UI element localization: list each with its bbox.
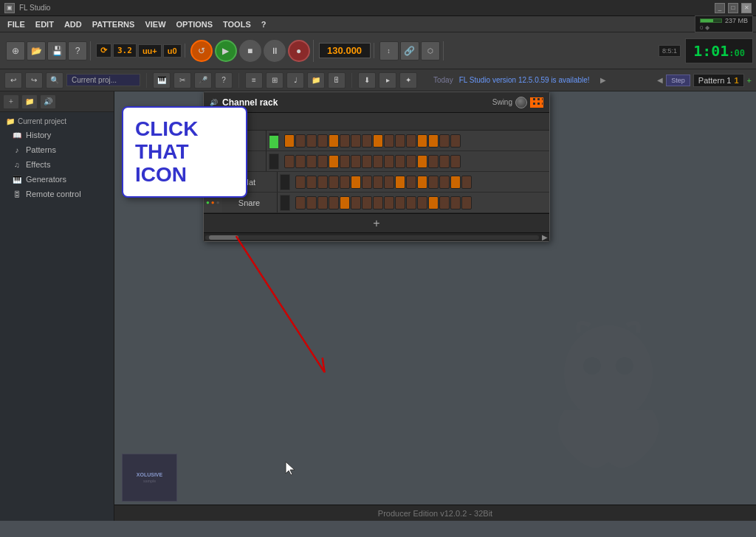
cr-pad[interactable]	[450, 134, 461, 148]
cr-pad[interactable]	[384, 196, 394, 209]
cr-pad[interactable]	[395, 134, 405, 148]
play-btn[interactable]: ▶	[215, 40, 237, 62]
piano-btn[interactable]: 🎹	[153, 72, 171, 89]
cr-pad[interactable]	[428, 196, 439, 209]
cr-pad[interactable]	[351, 155, 361, 168]
cr-pad[interactable]	[417, 155, 427, 168]
sidebar-add-btn[interactable]: +	[3, 94, 19, 109]
link-btn[interactable]: 🔗	[400, 41, 419, 60]
plugin-btn[interactable]: ⬡	[421, 41, 440, 60]
cr-pad[interactable]	[317, 134, 328, 148]
cr-pad[interactable]	[340, 176, 350, 189]
sidebar-item-history[interactable]: 📖 History	[0, 128, 114, 142]
cr-pad[interactable]	[362, 134, 372, 148]
cr-pad[interactable]	[340, 155, 350, 168]
cr-pad[interactable]	[395, 155, 405, 168]
import-btn[interactable]: ⬇	[358, 72, 376, 89]
add-pattern-btn[interactable]: +	[747, 76, 752, 85]
maximize-btn[interactable]: □	[728, 3, 738, 13]
menu-file[interactable]: FILE	[3, 18, 30, 30]
cr-pad[interactable]	[317, 155, 328, 168]
cr-pad[interactable]	[439, 196, 450, 209]
record-btn[interactable]: ●	[288, 40, 310, 62]
redo-btn[interactable]: ↪	[25, 72, 43, 89]
cr-pad[interactable]	[461, 196, 472, 209]
cr-add-channel-btn[interactable]: +	[373, 217, 379, 230]
cr-pad[interactable]	[329, 196, 339, 209]
sidebar-folder-btn[interactable]: 📁	[21, 94, 38, 109]
cr-pad[interactable]	[340, 134, 350, 148]
cr-pad[interactable]	[439, 176, 450, 189]
menu-add[interactable]: ADD	[60, 18, 86, 30]
menu-options[interactable]: OPTIONS	[172, 18, 218, 30]
new-btn[interactable]: ⊕	[6, 41, 25, 60]
cr-pad[interactable]	[406, 176, 416, 189]
cr-pad[interactable]	[428, 176, 439, 189]
browser-btn[interactable]: 📁	[307, 72, 325, 89]
cr-scroll-thumb[interactable]	[209, 235, 238, 240]
cr-pad[interactable]	[351, 176, 361, 189]
cr-pad[interactable]	[362, 155, 372, 168]
step-btn[interactable]: Step	[666, 75, 690, 86]
piano-roll-btn[interactable]: ♩	[286, 72, 304, 89]
cr-pad[interactable]	[450, 196, 461, 209]
cr-pad[interactable]	[295, 155, 306, 168]
move-btn[interactable]: ✦	[399, 72, 417, 89]
search-btn[interactable]: 🔍	[46, 72, 63, 89]
cr-pad[interactable]	[284, 155, 295, 168]
pause-btn[interactable]: ⏸	[264, 40, 286, 62]
info-btn[interactable]: ?	[215, 72, 233, 89]
cr-pad[interactable]	[329, 134, 339, 148]
sidebar-speaker-btn[interactable]: 🔊	[40, 94, 56, 109]
cr-scrollbar[interactable]: ▶	[204, 232, 549, 241]
cr-pad[interactable]	[428, 134, 439, 148]
loop-btn[interactable]: ↺	[190, 40, 213, 62]
cr-pad[interactable]	[406, 196, 416, 209]
channel-btn[interactable]: ⊞	[266, 72, 284, 89]
mixer-btn[interactable]: 🎚	[328, 72, 346, 89]
search-display[interactable]: Current proj...	[66, 74, 140, 86]
cr-pad[interactable]	[306, 196, 317, 209]
menu-patterns[interactable]: PATTERNS	[88, 18, 140, 30]
cr-pad[interactable]	[406, 134, 416, 148]
cr-pad[interactable]	[373, 196, 383, 209]
sidebar-item-remote-control[interactable]: 🎛 Remote control	[0, 187, 114, 201]
cr-pad[interactable]	[395, 176, 405, 189]
cr-pad[interactable]	[395, 196, 405, 209]
sidebar-item-patterns[interactable]: ♪ Patterns	[0, 142, 114, 157]
cr-pad[interactable]	[351, 196, 361, 209]
cr-pad[interactable]	[284, 134, 295, 148]
cr-pad[interactable]	[373, 176, 383, 189]
cr-pad[interactable]	[450, 155, 461, 168]
cr-pad[interactable]	[439, 134, 450, 148]
cr-pad[interactable]	[306, 176, 317, 189]
cr-pad[interactable]	[461, 176, 472, 189]
stop-btn[interactable]: ■	[239, 40, 261, 62]
cr-pad[interactable]	[329, 176, 339, 189]
cr-pad[interactable]	[373, 155, 383, 168]
cr-pad[interactable]	[384, 155, 394, 168]
prev-pattern[interactable]: ◀	[657, 76, 663, 84]
cr-pad[interactable]	[417, 196, 427, 209]
notif-arrow[interactable]: ▶	[600, 76, 606, 84]
cr-pad[interactable]	[439, 155, 450, 168]
cr-pad[interactable]	[317, 176, 328, 189]
cr-pad[interactable]	[306, 134, 317, 148]
open-btn[interactable]: 📂	[27, 41, 46, 60]
mic-btn[interactable]: 🎤	[194, 72, 212, 89]
bpm-display[interactable]: 130.000	[319, 43, 371, 58]
cr-pad[interactable]	[340, 196, 350, 209]
menu-help[interactable]: ?	[257, 18, 271, 30]
nav-project-label[interactable]: Current project	[18, 117, 66, 125]
cr-pad[interactable]	[417, 134, 427, 148]
cr-pad[interactable]	[417, 176, 427, 189]
cr-pad[interactable]	[317, 196, 328, 209]
sidebar-item-generators[interactable]: 🎹 Generators	[0, 172, 114, 187]
cr-pad[interactable]	[373, 134, 383, 148]
cr-pad[interactable]	[295, 196, 306, 209]
sidebar-item-effects[interactable]: ♫ Effects	[0, 157, 114, 172]
cr-grid-icon[interactable]	[530, 97, 543, 108]
help-btn[interactable]: ?	[68, 41, 87, 60]
export-btn[interactable]: ▸	[379, 72, 396, 89]
cr-pad[interactable]	[306, 155, 317, 168]
